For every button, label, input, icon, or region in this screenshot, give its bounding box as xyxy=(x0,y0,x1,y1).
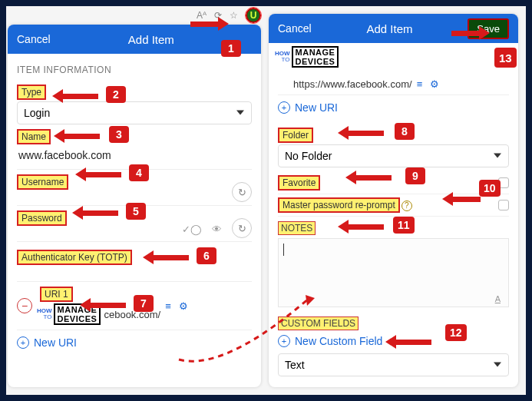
folder-label: Folder xyxy=(278,128,313,143)
new-uri-button-right[interactable]: + New URI xyxy=(278,95,509,120)
check-password-icon[interactable]: ✓◯ xyxy=(183,220,201,238)
watermark-right: HOWTO MANAGEDEVICES xyxy=(275,46,506,68)
custom-fields-label: CUSTOM FIELDS xyxy=(278,316,359,330)
header-right: Cancel Add Item Save xyxy=(269,14,518,43)
reprompt-label: Master password re-prompt xyxy=(278,197,400,213)
custom-field-type-select[interactable]: Text xyxy=(278,353,509,376)
reprompt-checkbox[interactable] xyxy=(498,200,509,210)
favorite-label: Favorite xyxy=(278,175,320,191)
generate-username-icon[interactable]: ↻ xyxy=(232,182,252,202)
remove-uri-icon[interactable]: − xyxy=(17,298,32,313)
folder-value[interactable]: No Folder xyxy=(278,144,509,167)
cancel-button[interactable]: Cancel xyxy=(17,33,51,45)
plus-icon: + xyxy=(17,336,29,349)
uri-options-icon[interactable]: ≡ xyxy=(165,300,171,312)
uri1-label: URI 1 xyxy=(40,287,73,302)
name-label: Name xyxy=(17,129,51,144)
folder-select[interactable]: No Folder xyxy=(278,144,509,167)
notes-label: NOTES xyxy=(278,221,316,235)
uri-options-icon[interactable]: ≡ xyxy=(417,78,423,90)
font-size-icon[interactable]: Aᴬ xyxy=(197,10,207,21)
section-item-information: ITEM INFORMATION xyxy=(17,60,252,80)
generate-password-icon[interactable]: ↻ xyxy=(232,218,252,238)
type-label: Type xyxy=(17,85,46,100)
help-icon[interactable]: ? xyxy=(401,200,412,211)
uri1-row: − URI 1 HOWTO MANAGEDEVICES cebook.com/ … xyxy=(17,282,252,330)
password-label: Password xyxy=(17,210,67,226)
browser-toolbar: Aᴬ ⟳ ☆ U xyxy=(144,8,267,23)
new-uri-button[interactable]: + New URI xyxy=(17,330,252,355)
name-value[interactable]: www.facebook.com xyxy=(17,146,252,170)
favorite-star-icon[interactable]: ☆ xyxy=(230,10,238,21)
username-label: Username xyxy=(17,174,68,190)
sync-icon[interactable]: ⟳ xyxy=(214,10,222,21)
plus-icon: + xyxy=(278,335,290,347)
header-left: Cancel Add Item xyxy=(8,25,261,54)
uri1-value[interactable]: cebook.com/ xyxy=(104,309,160,320)
type-select-value[interactable]: Login xyxy=(17,101,252,124)
cancel-button-right[interactable]: Cancel xyxy=(278,22,312,35)
watermark-left: HOWTO MANAGEDEVICES cebook.com/ xyxy=(37,303,160,325)
add-item-panel-right: Cancel Add Item Save HOWTO MANAGEDEVICES… xyxy=(269,14,518,387)
toggle-visibility-icon[interactable]: 👁 xyxy=(207,220,226,238)
type-select[interactable]: Login xyxy=(17,101,252,124)
uri-value-right[interactable]: https://www.facebook.com/ xyxy=(278,78,412,90)
uri-settings-gear-icon[interactable]: ⚙ xyxy=(179,300,188,312)
favorite-checkbox[interactable] xyxy=(498,177,509,188)
bitwarden-shield-icon[interactable]: U xyxy=(246,8,261,23)
notes-textarea[interactable]: A xyxy=(278,238,509,307)
panel-title: Add Item xyxy=(51,33,252,46)
plus-icon: + xyxy=(278,101,290,114)
notes-resize-icon: A xyxy=(495,294,501,303)
totp-label: Authenticator Key (TOTP) xyxy=(17,250,132,265)
uri-row-right: https://www.facebook.com/ ≡ ⚙ xyxy=(278,74,509,95)
add-item-panel-left: Cancel Add Item ITEM INFORMATION Type Lo… xyxy=(8,25,261,387)
custom-field-type-value[interactable]: Text xyxy=(278,353,509,376)
new-custom-field-button[interactable]: + New Custom Field xyxy=(278,332,509,353)
panel-title-right: Add Item xyxy=(312,22,468,35)
save-button[interactable]: Save xyxy=(468,18,509,39)
uri-settings-gear-icon[interactable]: ⚙ xyxy=(430,78,439,90)
